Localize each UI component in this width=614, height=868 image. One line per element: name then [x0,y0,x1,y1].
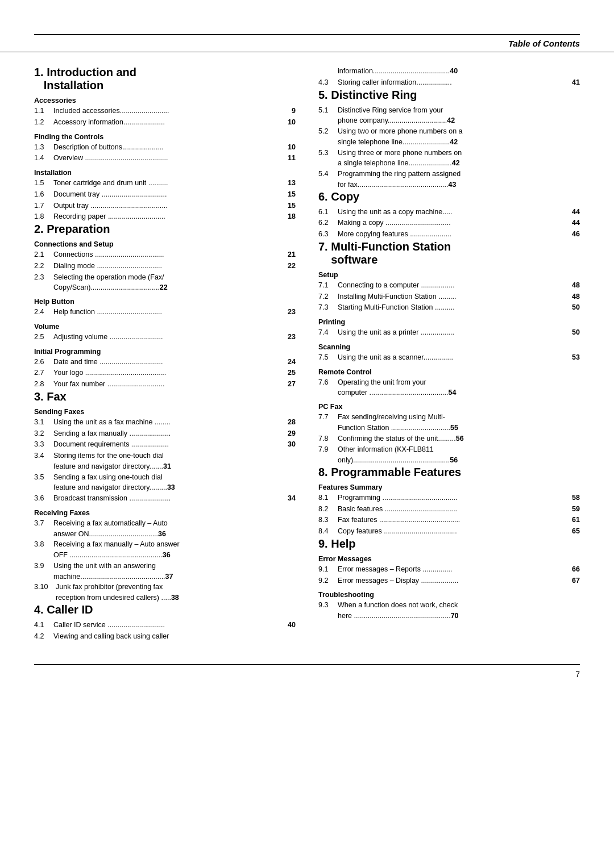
section-7: 7. Multi-Function Station software Setup… [318,240,580,466]
subsection-volume: Volume [34,323,296,331]
page-number: 7 [575,670,580,679]
subsection-initial-programming: Initial Programming [34,348,296,356]
entry-2-6: 2.6 Date and time ......................… [34,357,296,368]
section-2: 2. Preparation Connections and Setup 2.1… [34,223,296,390]
subsection-setup: Setup [318,271,580,279]
section-3-title: 3. Fax [34,390,296,403]
subsection-error-messages: Error Messages [318,555,580,563]
entry-3-10: 3.10 Junk fax prohibitor (preventing fax… [34,582,296,603]
entry-2-1: 2.1 Connections ........................… [34,249,296,261]
subsection-accessories: Accessories [34,97,296,105]
entry-1-8: 1.8 Recording paper ....................… [34,211,296,223]
entry-2-5: 2.5 Adjusting volume ...................… [34,332,296,343]
entry-1-5: 1.5 Toner cartridge and drum unit ......… [34,178,296,189]
subsection-scanning: Scanning [318,343,580,351]
section-9: 9. Help Error Messages 9.1 Error message… [318,537,580,621]
page: Table of Contents 1. Introduction and In… [0,34,614,868]
section-5-title: 5. Distinctive Ring [318,89,580,102]
right-column: information.............................… [318,66,580,641]
footer: 7 [0,665,614,679]
section-6: 6. Copy 6.1 Using the unit as a copy mac… [318,190,580,240]
section-9-title: 9. Help [318,537,580,550]
entry-8-2: 8.2 Basic features .....................… [318,504,580,515]
subsection-remote-control: Remote Control [318,368,580,376]
subsection-installation: Installation [34,169,296,177]
entry-1-7: 1.7 Output tray ........................… [34,201,296,212]
entry-6-1: 6.1 Using the unit as a copy machine....… [318,207,580,218]
entry-1-4: 1.4 Overview ...........................… [34,153,296,164]
subsection-finding-controls: Finding the Controls [34,133,296,141]
entry-2-7: 2.7 Your logo ..........................… [34,368,296,379]
entry-4-1: 4.1 Caller ID service ..................… [34,620,296,631]
section-4: 4. Caller ID 4.1 Caller ID service .....… [34,603,296,642]
entry-3-9: 3.9 Using the unit with an answeringmach… [34,561,296,582]
page-title: Table of Contents [508,39,580,48]
entry-2-3: 2.3 Selecting the operation mode (Fax/Co… [34,272,296,294]
section-5: 5. Distinctive Ring 5.1 Distinctive Ring… [318,89,580,190]
entry-3-6: 3.6 Broadcast transmission .............… [34,493,296,504]
section-3: 3. Fax Sending Faxes 3.1 Using the unit … [34,390,296,603]
subsection-troubleshooting: Troubleshooting [318,591,580,599]
content-area: 1. Introduction and Installation Accesso… [0,52,614,664]
entry-3-5: 3.5 Sending a fax using one-touch dialfe… [34,472,296,494]
entry-6-2: 6.2 Making a copy ......................… [318,218,580,229]
entry-8-3: 8.3 Fax features .......................… [318,515,580,526]
entry-1-1: 1.1 Included accessories................… [34,106,296,117]
entry-7-4: 7.4 Using the unit as a printer ........… [318,327,580,339]
entry-9-3: 9.3 When a function does not work, check… [318,600,580,621]
entry-3-2: 3.2 Sending a fax manually .............… [34,428,296,440]
subsection-receiving-faxes: Receiving Faxes [34,509,296,517]
subsection-sending-faxes: Sending Faxes [34,408,296,416]
left-column: 1. Introduction and Installation Accesso… [34,66,296,641]
subsection-pc-fax: PC Fax [318,403,580,411]
section-8: 8. Programmable Features Features Summar… [318,466,580,537]
entry-1-3: 1.3 Description of buttons..............… [34,142,296,153]
entry-2-4: 2.4 Help function ......................… [34,307,296,318]
subsection-features-summary: Features Summary [318,483,580,491]
section-1: 1. Introduction and Installation Accesso… [34,66,296,223]
section-1-title: 1. Introduction and Installation [34,66,296,92]
entry-9-2: 9.2 Error messages – Display ...........… [318,575,580,587]
entry-8-1: 8.1 Programming ........................… [318,493,580,504]
header-row: Table of Contents [0,35,614,52]
entry-3-7: 3.7 Receiving a fax automatically – Auto… [34,518,296,540]
entry-3-4: 3.4 Storing items for the one-touch dial… [34,450,296,472]
subsection-help-button: Help Button [34,298,296,306]
entry-7-7: 7.7 Fax sending/receiving using Multi-Fu… [318,412,580,433]
subsection-printing: Printing [318,318,580,326]
entry-5-1: 5.1 Distinctive Ring service from yourph… [318,105,580,127]
entry-5-3: 5.3 Using three or more phone numbers on… [318,148,580,169]
entry-4-2-cont: information.............................… [318,66,580,89]
entry-4-3: 4.3 Storing caller information..........… [318,77,580,89]
entry-7-2: 7.2 Installing Multi-Function Station ..… [318,291,580,303]
entry-3-1: 3.1 Using the unit as a fax machine ....… [34,417,296,428]
entry-5-2: 5.2 Using two or more phone numbers on a… [318,126,580,148]
entry-4-2: 4.2 Viewing and calling back using calle… [34,631,296,642]
subsection-connections: Connections and Setup [34,240,296,248]
section-8-title: 8. Programmable Features [318,466,580,479]
entry-2-2: 2.2 Dialing mode .......................… [34,261,296,272]
section-2-title: 2. Preparation [34,223,296,236]
entry-7-3: 7.3 Starting Multi-Function Station ....… [318,302,580,314]
entry-7-1: 7.1 Connecting to a computer ...........… [318,280,580,291]
entry-8-4: 8.4 Copy features ......................… [318,526,580,537]
entry-3-8: 3.8 Receiving a fax manually – Auto answ… [34,539,296,561]
entry-7-8: 7.8 Confirming the status of the unit...… [318,433,580,445]
entry-6-3: 6.3 More copying features ..............… [318,229,580,240]
section-6-title: 6. Copy [318,190,580,203]
entry-3-3: 3.3 Document requirements ..............… [34,439,296,450]
section-4-title: 4. Caller ID [34,603,296,616]
entry-1-6: 1.6 Document tray ......................… [34,189,296,201]
entry-7-5: 7.5 Using the unit as a scanner.........… [318,352,580,364]
entry-7-9: 7.9 Other information (KX-FLB811only)...… [318,444,580,466]
entry-9-1: 9.1 Error messages – Reports ...........… [318,564,580,575]
entry-2-8: 2.8 Your fax number ....................… [34,379,296,390]
entry-5-4: 5.4 Programming the ring pattern assigne… [318,169,580,190]
entry-1-2: 1.2 Accessory information...............… [34,117,296,128]
entry-7-6: 7.6 Operating the unit from yourcomputer… [318,377,580,399]
section-7-title: 7. Multi-Function Station software [318,240,580,266]
